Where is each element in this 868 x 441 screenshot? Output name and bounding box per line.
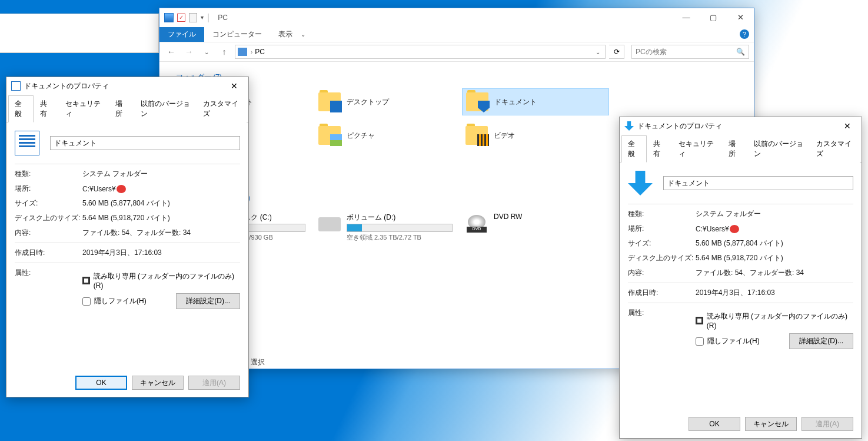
search-input[interactable]: PCの検索 🔍 bbox=[631, 45, 749, 59]
cancel-button[interactable]: キャンセル bbox=[745, 417, 797, 431]
value-disksize: 5.64 MB (5,918,720 バイト) bbox=[696, 253, 783, 263]
label-size: サイズ: bbox=[628, 238, 696, 248]
tab-previous[interactable]: 以前のバージョン bbox=[747, 135, 810, 163]
dialog-buttons: OK キャンセル 適用(A) bbox=[75, 376, 240, 390]
properties-tabs: 全般 共有 セキュリティ 場所 以前のバージョン カスタマイズ bbox=[620, 135, 862, 163]
dialog-title: ドキュメントのプロパティ bbox=[24, 81, 109, 91]
value-contents: ファイル数: 54、フォルダー数: 34 bbox=[696, 268, 804, 278]
tab-share[interactable]: 共有 bbox=[647, 135, 672, 163]
properties-body: 種類:システム フォルダー 場所:C:¥Users¥ サイズ:5.60 MB (… bbox=[620, 163, 862, 363]
tab-security[interactable]: セキュリティ bbox=[672, 135, 722, 163]
advanced-button[interactable]: 詳細設定(D)... bbox=[789, 333, 853, 349]
dialog-titlebar[interactable]: ドキュメントのプロパティ ✕ bbox=[620, 117, 862, 135]
label-contents: 内容: bbox=[628, 268, 696, 278]
name-input[interactable] bbox=[663, 176, 853, 190]
status-bar-selection: 選択 bbox=[251, 357, 265, 367]
close-button[interactable]: ✕ bbox=[727, 8, 754, 26]
dialog-buttons: OK キャンセル 適用(A) bbox=[689, 417, 853, 431]
search-icon[interactable]: 🔍 bbox=[736, 48, 745, 56]
apply-button[interactable]: 適用(A) bbox=[802, 417, 853, 431]
tab-security[interactable]: セキュリティ bbox=[59, 95, 109, 122]
tab-previous[interactable]: 以前のバージョン bbox=[134, 95, 197, 122]
up-button[interactable]: ↑ bbox=[217, 45, 231, 59]
qat-dropdown-icon[interactable]: ▾ bbox=[201, 14, 204, 21]
value-created: 2019年4月3日、17:16:03 bbox=[696, 288, 775, 298]
qat-doc-icon[interactable] bbox=[189, 13, 197, 22]
download-large-icon bbox=[628, 171, 653, 195]
folder-icon bbox=[318, 92, 341, 111]
close-button[interactable]: ✕ bbox=[225, 79, 244, 93]
dvd-icon: DVD bbox=[465, 213, 488, 231]
drive-d[interactable]: ボリューム (D:) 空き領域 2.35 TB/2.72 TB bbox=[315, 209, 462, 246]
refresh-button[interactable]: ⟳ bbox=[609, 45, 624, 59]
folder-documents-selected[interactable]: ドキュメント bbox=[462, 88, 609, 115]
apply-button[interactable]: 適用(A) bbox=[188, 376, 240, 390]
folder-desktop[interactable]: デスクトップ bbox=[315, 88, 462, 115]
address-bar[interactable]: › PC ⌄ bbox=[235, 45, 606, 59]
navigation-bar: ← → ⌄ ↑ › PC ⌄ ⟳ PCの検索 🔍 bbox=[159, 42, 754, 62]
tab-general[interactable]: 全般 bbox=[621, 135, 647, 163]
tab-location[interactable]: 場所 bbox=[722, 135, 747, 163]
help-icon[interactable]: ? bbox=[740, 29, 749, 39]
recent-dropdown[interactable]: ⌄ bbox=[199, 45, 214, 59]
tab-customize[interactable]: カスタマイズ bbox=[810, 135, 860, 163]
value-size: 5.60 MB (5,877,804 バイト) bbox=[82, 198, 170, 208]
tab-view[interactable]: 表示 bbox=[270, 27, 301, 42]
tab-computer[interactable]: コンピューター bbox=[204, 27, 270, 42]
tab-file[interactable]: ファイル bbox=[159, 27, 204, 42]
window-title: PC bbox=[218, 14, 228, 22]
folder-icon bbox=[466, 92, 488, 111]
value-size: 5.60 MB (5,877,804 バイト) bbox=[696, 238, 783, 248]
redacted-marker bbox=[117, 185, 126, 193]
label-contents: 内容: bbox=[15, 228, 82, 238]
hidden-checkbox[interactable] bbox=[82, 297, 91, 306]
tab-location[interactable]: 場所 bbox=[109, 95, 134, 122]
breadcrumb-segment[interactable]: PC bbox=[255, 48, 265, 56]
folder-pictures[interactable]: ピクチャ bbox=[315, 122, 462, 148]
qat-checkbox-icon[interactable]: ✓ bbox=[177, 14, 185, 22]
readonly-checkbox[interactable] bbox=[696, 317, 703, 324]
name-input[interactable] bbox=[50, 136, 240, 150]
tab-share[interactable]: 共有 bbox=[34, 95, 59, 122]
ribbon-expand-icon[interactable]: ⌄ bbox=[301, 31, 305, 38]
maximize-button[interactable]: ▢ bbox=[700, 8, 727, 26]
back-button[interactable]: ← bbox=[164, 45, 178, 59]
properties-dialog-right: ドキュメントのプロパティ ✕ 全般 共有 セキュリティ 場所 以前のバージョン … bbox=[619, 117, 862, 439]
breadcrumb-arrow[interactable]: › bbox=[251, 49, 252, 55]
pc-icon bbox=[164, 13, 174, 22]
group-header-folders[interactable]: ⌄ フォルダー (7) bbox=[168, 72, 746, 82]
drive-dvd[interactable]: DVD DVD RW bbox=[462, 209, 609, 246]
label-location: 場所: bbox=[628, 224, 696, 234]
cancel-button[interactable]: キャンセル bbox=[132, 376, 184, 390]
label-location: 場所: bbox=[15, 184, 82, 194]
ribbon-tabs: ファイル コンピューター 表示 ⌄ ? bbox=[159, 26, 754, 42]
ok-button[interactable]: OK bbox=[689, 417, 740, 431]
dialog-titlebar[interactable]: ドキュメントのプロパティ ✕ bbox=[6, 77, 248, 95]
readonly-checkbox[interactable] bbox=[82, 277, 90, 284]
label-size: サイズ: bbox=[15, 198, 82, 208]
value-contents: ファイル数: 54、フォルダー数: 34 bbox=[82, 228, 191, 238]
forward-button[interactable]: → bbox=[182, 45, 196, 59]
pc-icon bbox=[238, 48, 247, 56]
folder-videos[interactable]: ビデオ bbox=[462, 122, 609, 148]
advanced-button[interactable]: 詳細設定(D)... bbox=[176, 293, 240, 309]
explorer-titlebar[interactable]: ✓ ▾ | PC — ▢ ✕ bbox=[159, 8, 754, 26]
download-arrow-icon bbox=[624, 121, 634, 131]
window-controls: — ▢ ✕ bbox=[673, 8, 754, 26]
tab-general[interactable]: 全般 bbox=[8, 95, 34, 122]
drive-icon bbox=[318, 213, 341, 231]
value-location: C:¥Users¥ bbox=[696, 224, 739, 234]
label-attributes: 属性: bbox=[628, 308, 696, 318]
address-dropdown-icon[interactable]: ⌄ bbox=[593, 49, 603, 55]
ok-button[interactable]: OK bbox=[75, 376, 127, 390]
close-button[interactable]: ✕ bbox=[838, 119, 857, 133]
label-attributes: 属性: bbox=[15, 268, 82, 278]
tab-customize[interactable]: カスタマイズ bbox=[197, 95, 247, 122]
properties-body: 種類:システム フォルダー 場所:C:¥Users¥ サイズ:5.60 MB (… bbox=[6, 122, 248, 323]
hidden-checkbox[interactable] bbox=[696, 337, 704, 346]
minimize-button[interactable]: — bbox=[673, 8, 700, 26]
label-created: 作成日時: bbox=[15, 248, 82, 258]
properties-tabs: 全般 共有 セキュリティ 場所 以前のバージョン カスタマイズ bbox=[6, 95, 248, 122]
dialog-title: ドキュメントのプロパティ bbox=[637, 121, 722, 131]
label-disksize: ディスク上のサイズ: bbox=[628, 253, 696, 263]
